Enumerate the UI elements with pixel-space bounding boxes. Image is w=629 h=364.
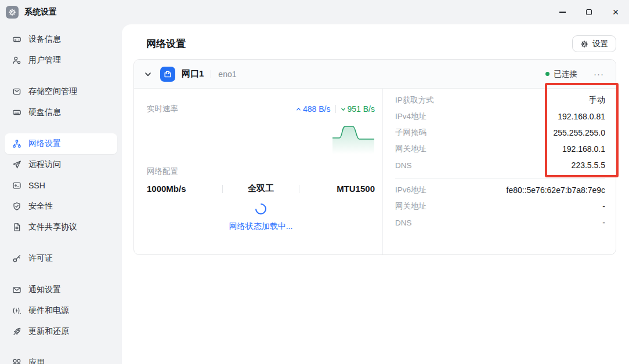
sidebar-item-apps[interactable]: 应用: [5, 352, 117, 364]
grid-icon: [12, 358, 21, 364]
network-port-card: 网口1 eno1 已连接 ··· 实时速率 488 B/s: [133, 59, 616, 255]
sidebar-item-network-settings[interactable]: 网络设置: [5, 133, 117, 154]
status-dot-icon: [545, 72, 550, 76]
hdd-icon: [12, 35, 21, 45]
more-menu-button[interactable]: ···: [594, 70, 604, 78]
sidebar-item-label: 用户管理: [28, 55, 61, 65]
sidebar-item-label: 网络设置: [28, 139, 61, 149]
chevron-down-icon: [341, 107, 346, 112]
sidebar-item-notifications[interactable]: 通知设置: [5, 279, 117, 300]
ip-row: IPv6地址 fe80::5e76:62e7:b7a8:7e9c: [395, 182, 605, 198]
sidebar-item-label: 远程访问: [28, 159, 61, 170]
sidebar-item-license[interactable]: 许可证: [5, 248, 117, 269]
sidebar-item-disk-info[interactable]: 硬盘信息: [5, 102, 117, 123]
document-icon: [12, 223, 21, 232]
sidebar-item-label: 安全性: [28, 201, 53, 212]
ip-row: DNS -: [395, 214, 605, 231]
gear-icon: [580, 40, 588, 48]
terminal-icon: [12, 181, 21, 191]
collapse-chevron-down-icon[interactable]: [144, 70, 152, 78]
rocket-icon: [12, 327, 21, 337]
sidebar-item-file-sharing[interactable]: 文件共享协议: [5, 217, 117, 238]
ip-info-column: IP获取方式 手动 IPv4地址 192.168.0.81 子网掩码 255.2…: [382, 89, 616, 254]
mtu-value: MTU1500: [299, 184, 375, 194]
minimize-icon: [559, 12, 566, 13]
sidebar-item-label: 通知设置: [28, 285, 61, 295]
page-title: 网络设置: [146, 37, 186, 50]
paper-plane-icon: [12, 160, 21, 170]
traffic-sparkline-chart: [332, 122, 375, 155]
divider: [335, 105, 336, 113]
minimize-button[interactable]: [549, 0, 576, 24]
sidebar-item-label: 许可证: [28, 253, 53, 264]
maximize-button[interactable]: [576, 0, 602, 24]
shield-check-icon: [12, 202, 21, 212]
ip-row: 网关地址 -: [395, 198, 605, 214]
sidebar-item-device-info[interactable]: 设备信息: [5, 29, 117, 50]
interface-name: eno1: [218, 70, 236, 79]
app-title: 系统设置: [24, 7, 57, 17]
sidebar-item-update-restore[interactable]: 更新和还原: [5, 321, 117, 342]
download-rate: 951 B/s: [341, 104, 375, 114]
divider: [395, 178, 605, 179]
port-name: 网口1: [182, 68, 204, 79]
realtime-rate-label: 实时速率: [147, 104, 178, 114]
key-icon: [12, 254, 21, 264]
ip-row: 网关地址 192.168.0.1: [395, 141, 605, 157]
sidebar-item-hardware-power[interactable]: 硬件和电源: [5, 300, 117, 321]
spinner-icon: [253, 201, 269, 217]
ip-row: 子网掩码 255.255.255.0: [395, 125, 605, 141]
link-speed: 1000Mb/s: [147, 184, 222, 194]
ip-row: DNS 223.5.5.5: [395, 157, 605, 173]
main-panel: 网络设置 设置 网口1 eno1: [122, 24, 629, 364]
sidebar-item-label: 更新和还原: [28, 326, 69, 337]
window-controls: ×: [549, 0, 629, 24]
ethernet-port-icon: [160, 67, 175, 82]
envelope-icon: [12, 285, 21, 295]
network-config-values: 1000Mb/s 全双工 MTU1500: [147, 183, 375, 194]
power-icon: [12, 306, 21, 316]
sidebar-item-label: 硬盘信息: [28, 107, 61, 118]
sidebar-item-security[interactable]: 安全性: [5, 196, 117, 217]
sidebar-item-label: 存储空间管理: [28, 86, 77, 97]
app-gear-icon: [6, 6, 19, 19]
sidebar-item-user-management[interactable]: 用户管理: [5, 50, 117, 71]
maximize-icon: [586, 9, 592, 15]
divider: [211, 70, 211, 78]
sidebar-item-label: SSH: [28, 181, 45, 190]
sidebar-item-label: 应用: [28, 358, 45, 364]
sidebar-item-remote-access[interactable]: 远程访问: [5, 154, 117, 175]
network-config-label: 网络配置: [147, 166, 375, 177]
card-header: 网口1 eno1 已连接 ···: [134, 60, 616, 89]
traffic-column: 实时速率 488 B/s 951 B/s: [134, 89, 382, 254]
settings-button-label: 设置: [592, 39, 608, 49]
sidebar-item-label: 文件共享协议: [28, 222, 77, 232]
close-button[interactable]: ×: [602, 0, 629, 24]
network-status-loader: 网络状态加载中...: [147, 203, 375, 232]
sidebar-item-storage-management[interactable]: 存储空间管理: [5, 81, 117, 102]
titlebar: 系统设置 ×: [0, 0, 629, 24]
loading-text: 网络状态加载中...: [229, 221, 293, 232]
ip-row: IPv4地址 192.168.0.81: [395, 108, 605, 125]
user-icon: [12, 56, 21, 65]
sidebar-item-label: 硬件和电源: [28, 305, 69, 316]
sidebar-item-ssh[interactable]: SSH: [5, 175, 117, 196]
settings-button[interactable]: 设置: [572, 35, 616, 52]
duplex-mode: 全双工: [223, 183, 298, 194]
disk-icon: [12, 108, 21, 118]
close-icon: ×: [613, 7, 619, 17]
sidebar-item-label: 设备信息: [28, 34, 61, 45]
status-text: 已连接: [554, 69, 578, 79]
upload-rate: 488 B/s: [296, 104, 330, 114]
network-icon: [12, 139, 21, 149]
ip-row: IP获取方式 手动: [395, 92, 605, 108]
storage-icon: [12, 87, 21, 97]
chevron-up-icon: [296, 107, 301, 112]
sidebar: 设备信息 用户管理 存储空间管理 硬盘信息 网络设置: [0, 24, 122, 364]
